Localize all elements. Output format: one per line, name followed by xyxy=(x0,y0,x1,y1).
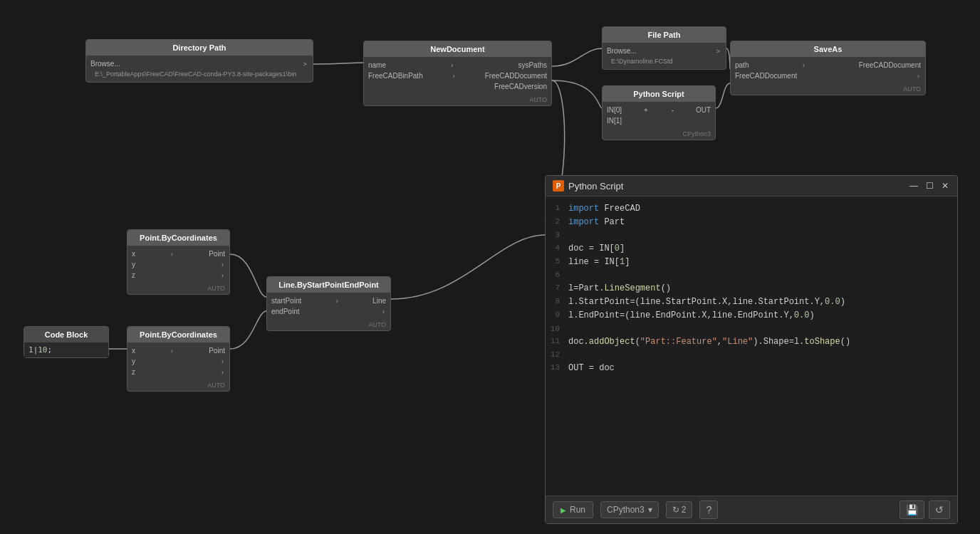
ps-plus[interactable]: + xyxy=(644,106,648,114)
saveas-footer: AUTO xyxy=(731,84,925,95)
code-line-3: 3 xyxy=(546,229,957,242)
saveas-input-doc: FreeCADDocument xyxy=(735,72,797,80)
close-button[interactable]: ✕ xyxy=(940,181,950,191)
node-point2: Point.ByCoordinates x › Point y › z › AU… xyxy=(127,326,230,392)
code-line-5: 5 line = IN[1] xyxy=(546,256,957,269)
editor-controls: — ☐ ✕ xyxy=(909,181,950,191)
node-dirpath-title: Directory Path xyxy=(86,40,313,56)
node-new-document: NewDocument name › sysPaths FreeCADBinPa… xyxy=(363,41,552,106)
filepath-browse-label[interactable]: Browse... xyxy=(607,47,637,55)
dirpath-value: E:\_PortableApps\FreeCAD\FreeCAD-conda-P… xyxy=(90,69,308,79)
editor-titlebar: P Python Script — ☐ ✕ xyxy=(546,176,957,197)
help-icon: ? xyxy=(706,504,711,515)
minimize-button[interactable]: — xyxy=(909,181,919,191)
point2-y: y xyxy=(132,357,135,365)
ps-in1: IN[1] xyxy=(607,117,622,125)
newdoc-input-name: name xyxy=(368,61,386,69)
node-saveas-title: SaveAs xyxy=(731,41,925,57)
node-point1: Point.ByCoordinates x › Point y › z › AU… xyxy=(127,229,230,295)
node-file-path: File Path Browse... > E:\Dynamoline.FCSt… xyxy=(602,26,726,70)
newdoc-output-ver: FreeCADversion xyxy=(494,83,547,90)
engine-selector[interactable]: CPython3 ▾ xyxy=(600,501,659,518)
code-line-8: 8 l.StartPoint=(line.StartPoint.X,line.S… xyxy=(546,295,957,309)
save-button[interactable]: 💾 xyxy=(900,501,924,519)
node-newdoc-title: NewDocument xyxy=(364,41,551,57)
ps-footer: CPython3 xyxy=(603,129,715,140)
filepath-value: E:\Dynamoline.FCStd xyxy=(607,56,721,66)
codeblock-code: 1|10; xyxy=(28,345,52,355)
code-line-12: 12 xyxy=(546,349,957,362)
point2-output: Point xyxy=(209,347,225,355)
node-filepath-title: File Path xyxy=(603,27,726,43)
engine-label: CPython3 xyxy=(607,505,645,515)
line-output: Line xyxy=(372,297,386,305)
iteration-count: ↻ 2 xyxy=(666,501,693,518)
code-line-4: 4 doc = IN[0] xyxy=(546,242,957,256)
point2-x: x xyxy=(132,347,135,355)
dirpath-browse-label[interactable]: Browse... xyxy=(90,60,120,68)
point2-footer: AUTO xyxy=(127,380,229,391)
line-footer: AUTO xyxy=(267,320,390,330)
editor-title-left: P Python Script xyxy=(553,180,623,192)
code-line-2: 2 import Part xyxy=(546,216,957,229)
dirpath-browse-arrow: > xyxy=(303,61,307,68)
help-button[interactable]: ? xyxy=(699,501,718,519)
refresh-icon: ↻ xyxy=(672,505,679,515)
point1-y: y xyxy=(132,261,135,268)
run-button[interactable]: ▶ Run xyxy=(553,501,593,518)
node-pythonscript-title: Python Script xyxy=(603,86,715,102)
save-icon: 💾 xyxy=(906,504,918,515)
editor-toolbar: ▶ Run CPython3 ▾ ↻ 2 ? 💾 ↺ xyxy=(546,496,957,523)
codeblock-content[interactable]: 1|10; xyxy=(24,342,108,357)
run-label: Run xyxy=(570,505,585,515)
filepath-browse-arrow: > xyxy=(716,48,720,55)
point2-z: z xyxy=(132,368,135,376)
node-code-block: Code Block 1|10; xyxy=(24,326,109,358)
line-start: startPoint xyxy=(271,297,301,305)
line-end: endPoint xyxy=(271,308,299,315)
ps-out: OUT xyxy=(696,106,711,114)
code-line-11: 11 doc.addObject("Part::Feature","Line")… xyxy=(546,335,957,349)
saveas-output-doc: FreeCADDocument xyxy=(859,61,921,69)
node-codeblock-title: Code Block xyxy=(24,327,108,342)
node-python-script-small: Python Script IN[0] + - OUT IN[1] CPytho… xyxy=(602,85,716,140)
node-save-as: SaveAs path › FreeCADDocument FreeCADDoc… xyxy=(730,41,926,95)
maximize-button[interactable]: ☐ xyxy=(924,181,934,191)
node-point1-title: Point.ByCoordinates xyxy=(127,230,229,246)
editor-title-text: Python Script xyxy=(568,181,623,192)
newdoc-input-binpath: FreeCADBinPath xyxy=(368,72,423,80)
canvas: Directory Path Browse... > E:\_PortableA… xyxy=(0,0,980,534)
code-line-6: 6 xyxy=(546,269,957,282)
saveas-input-path: path xyxy=(735,61,749,69)
newdoc-output-syspaths: sysPaths xyxy=(518,61,547,69)
code-line-1: 1 import FreeCAD xyxy=(546,202,957,216)
node-directory-path: Directory Path Browse... > E:\_PortableA… xyxy=(85,39,313,83)
count-value: 2 xyxy=(682,505,687,515)
code-line-13: 13 OUT = doc xyxy=(546,362,957,375)
point1-footer: AUTO xyxy=(127,283,229,294)
code-line-7: 7 l=Part.LineSegment() xyxy=(546,282,957,295)
reset-button[interactable]: ↺ xyxy=(929,501,950,519)
chevron-down-icon: ▾ xyxy=(648,505,652,515)
code-line-10: 10 xyxy=(546,323,957,336)
point1-z: z xyxy=(132,271,135,279)
node-point2-title: Point.ByCoordinates xyxy=(127,327,229,342)
editor-code-area[interactable]: 1 import FreeCAD 2 import Part 3 4 doc =… xyxy=(546,197,957,496)
python-icon: P xyxy=(553,180,564,192)
ps-minus[interactable]: - xyxy=(672,106,674,114)
newdoc-output-doc: FreeCADDocument xyxy=(485,72,547,80)
point1-x: x xyxy=(132,250,135,258)
reset-icon: ↺ xyxy=(935,504,944,515)
ps-in0: IN[0] xyxy=(607,106,622,114)
python-editor-window: P Python Script — ☐ ✕ 1 import FreeCAD 2… xyxy=(545,175,958,524)
newdoc-footer: AUTO xyxy=(364,95,551,105)
code-line-9: 9 l.EndPoint=(line.EndPoint.X,line.EndPo… xyxy=(546,309,957,323)
node-line-title: Line.ByStartPointEndPoint xyxy=(267,277,390,293)
point1-output: Point xyxy=(209,250,225,258)
toolbar-right: 💾 ↺ xyxy=(900,501,950,519)
play-icon: ▶ xyxy=(561,506,566,514)
node-line: Line.ByStartPointEndPoint startPoint › L… xyxy=(266,276,391,331)
